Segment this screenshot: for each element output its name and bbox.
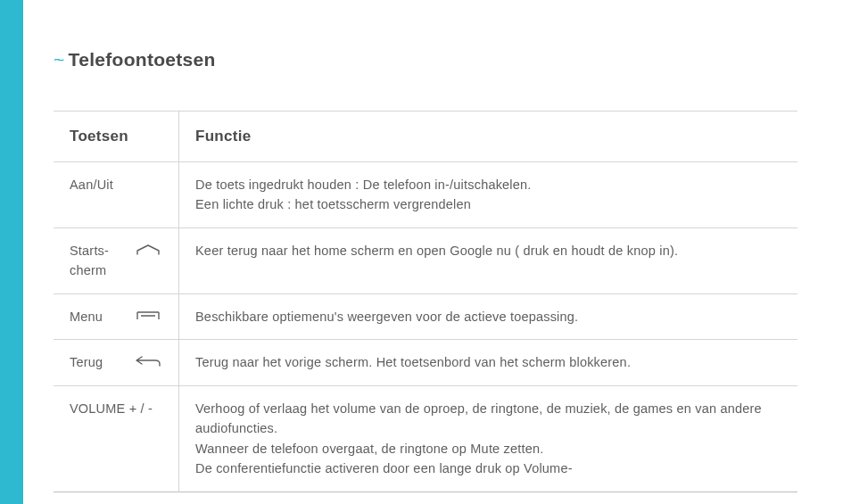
heading-tilde: ~ xyxy=(54,49,65,70)
heading-text: Telefoontoetsen xyxy=(69,49,216,70)
header-keys: Toetsen xyxy=(54,112,178,162)
key-desc-power: De toets ingedrukt houden : De telefoon … xyxy=(179,162,797,228)
table-header-row: Toetsen Functie xyxy=(54,112,797,162)
key-desc-volume: Verhoog of verlaag het volume van de opr… xyxy=(179,385,797,492)
header-function: Functie xyxy=(179,112,797,162)
table-row: Menu Beschikbare optiemenu's weergeven v… xyxy=(54,293,797,339)
key-desc-back: Terug naar het vorige scherm. Het toetse… xyxy=(179,340,797,385)
key-label-home: Starts-cherm xyxy=(70,241,125,281)
table-row: Terug Terug naar het vorige scherm. Het … xyxy=(54,340,797,385)
key-cell: Aan/Uit xyxy=(54,162,178,228)
key-label-menu: Menu xyxy=(70,307,125,326)
key-label-back: Terug xyxy=(70,352,125,372)
key-desc-menu: Beschikbare optiemenu's weergeven voor d… xyxy=(179,293,797,339)
key-cell: Terug xyxy=(54,340,178,385)
table-row: Aan/Uit De toets ingedrukt houden : De t… xyxy=(54,162,797,228)
menu-icon xyxy=(134,308,162,324)
key-cell: Menu xyxy=(54,293,178,339)
home-icon xyxy=(134,242,162,258)
key-desc-home: Keer terug naar het home scherm en open … xyxy=(179,227,797,293)
key-label-power: Aan/Uit xyxy=(70,175,162,194)
table-row: VOLUME + / - Verhoog of verlaag het volu… xyxy=(54,385,797,492)
section-heading: ~Telefoontoetsen xyxy=(54,49,797,70)
left-accent-bar xyxy=(0,0,23,504)
phone-keys-table: Toetsen Functie Aan/Uit De toets ingedru… xyxy=(54,111,797,492)
document-page: ~Telefoontoetsen Toetsen Functie Aan/Uit… xyxy=(54,49,797,492)
back-icon xyxy=(134,353,162,369)
key-cell: Starts-cherm xyxy=(54,227,178,293)
key-cell: VOLUME + / - xyxy=(54,385,178,492)
table-row: Starts-cherm Keer terug naar het home sc… xyxy=(54,227,797,293)
key-label-volume: VOLUME + / - xyxy=(70,399,162,418)
